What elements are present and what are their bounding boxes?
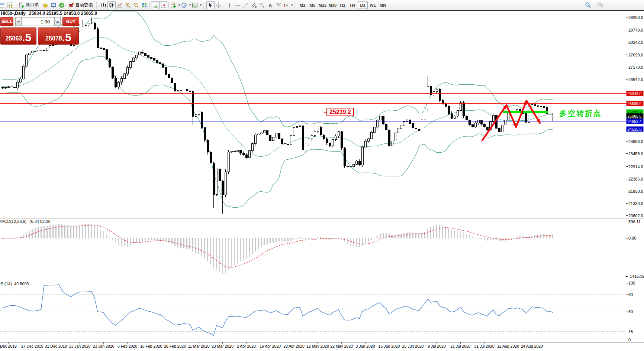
- macd-indicator-label: MACD(12,26,9)76.64 82.06: [0, 219, 51, 224]
- svg-text:15: 15: [628, 329, 633, 334]
- sell-button[interactable]: SELL: [0, 17, 13, 26]
- svg-text:31 Jul 2020: 31 Jul 2020: [474, 344, 494, 348]
- market-watch-button[interactable]: [49, 1, 58, 9]
- svg-text:80: 80: [628, 292, 633, 297]
- svg-text:28 Feb 2020: 28 Feb 2020: [164, 344, 186, 348]
- fibonacci-icon: F: [259, 2, 265, 8]
- autotrading-button[interactable]: 自动交易: [66, 1, 95, 9]
- pivot-annotation-text: 多空转折点: [559, 108, 602, 118]
- svg-text:22914.0: 22914.0: [628, 165, 643, 169]
- horizontal-line-button[interactable]: [234, 1, 242, 9]
- macd-values: 76.64 82.06: [29, 219, 50, 224]
- chevron-down-icon: [200, 4, 202, 6]
- autotrading-label: 自动交易: [75, 2, 93, 8]
- svg-text:23 Mar 2020: 23 Mar 2020: [212, 344, 234, 348]
- tick-chart-button[interactable]: [6, 1, 14, 9]
- tab-timeframe-h4[interactable]: H4: [348, 1, 358, 9]
- line-chart-button[interactable]: [116, 1, 124, 9]
- search-icon: [585, 2, 591, 8]
- chat-icon: [597, 2, 604, 8]
- text-label-icon: T: [276, 2, 281, 8]
- chevron-down-icon: [178, 4, 180, 6]
- svg-text:11 Mar 2020: 11 Mar 2020: [188, 344, 209, 348]
- svg-text:26642.0: 26642.0: [628, 77, 643, 82]
- chat-button[interactable]: [596, 1, 605, 9]
- svg-text:A: A: [269, 3, 272, 8]
- tile-windows-button[interactable]: [140, 1, 148, 9]
- zoom-out-icon: [133, 2, 139, 8]
- tab-timeframe-w1[interactable]: W1: [368, 1, 378, 9]
- svg-text:3 Jun 2020: 3 Jun 2020: [356, 344, 375, 348]
- alerts-button[interactable]: [58, 1, 66, 9]
- support-price-callout[interactable]: 25239.2: [326, 108, 354, 116]
- vertical-line-button[interactable]: [225, 1, 234, 9]
- tab-timeframe-m15[interactable]: M15: [318, 1, 328, 9]
- bar-chart-button[interactable]: [99, 1, 107, 9]
- tick-chart-icon: [7, 2, 13, 8]
- periods-button[interactable]: [181, 1, 191, 9]
- tab-timeframe-m30[interactable]: M30: [328, 1, 338, 9]
- chart-shift-button[interactable]: [159, 1, 167, 9]
- channel-icon: E: [251, 2, 257, 8]
- tab-timeframe-m5[interactable]: M5: [307, 1, 318, 9]
- zoom-out-button[interactable]: [132, 1, 140, 9]
- svg-text:28770.0: 28770.0: [628, 28, 643, 32]
- one-click-trade-panel: SELL BUY 25063.5 25078.5: [0, 17, 79, 45]
- horizontal-line-icon: [235, 2, 241, 8]
- buy-price-display[interactable]: 25078.5: [38, 27, 79, 45]
- svg-text:F: F: [263, 6, 264, 8]
- chart-canvas[interactable]: 26043.025609.025239.225065.024853.424515…: [0, 0, 644, 351]
- toolbar: 新订单 自动交易: [0, 0, 644, 10]
- candle-chart-icon: [109, 2, 115, 8]
- svg-text:E: E: [255, 6, 257, 8]
- bar-chart-icon: [100, 2, 106, 8]
- tab-timeframe-h1[interactable]: H1: [338, 1, 348, 9]
- arrows-button[interactable]: [283, 1, 293, 9]
- clock-icon: [181, 2, 187, 8]
- tab-timeframe-d1[interactable]: D1: [358, 1, 368, 9]
- tab-timeframe-m1[interactable]: M1: [297, 1, 307, 9]
- volume-up-button[interactable]: [54, 17, 61, 26]
- svg-text:31 Dec 2019: 31 Dec 2019: [45, 344, 67, 348]
- text-button[interactable]: A: [266, 1, 274, 9]
- sell-price-display[interactable]: 25063.5: [0, 27, 36, 45]
- tab-timeframe-mn[interactable]: MN: [378, 1, 388, 9]
- rsi-value: 49.8003: [14, 282, 29, 286]
- templates-icon: [192, 2, 198, 8]
- indicators-icon: [170, 2, 176, 8]
- crosshair-button[interactable]: [215, 1, 223, 9]
- templates-button[interactable]: [191, 1, 202, 9]
- trendline-button[interactable]: [242, 1, 250, 9]
- toolbar-separator: [224, 2, 224, 9]
- fibonacci-button[interactable]: F: [258, 1, 266, 9]
- metaeditor-button[interactable]: [41, 1, 49, 9]
- symbol-period-label: HK50-,Daily: [1, 11, 26, 16]
- svg-text:T: T: [278, 3, 280, 7]
- svg-text:28 Apr 2020: 28 Apr 2020: [283, 344, 305, 348]
- equidistant-channel-button[interactable]: E: [250, 1, 258, 9]
- svg-text:27698.0: 27698.0: [628, 53, 643, 57]
- tile-windows-icon: [141, 2, 147, 8]
- search-button[interactable]: [584, 1, 592, 9]
- text-label-button[interactable]: T: [274, 1, 283, 9]
- svg-text:12 May 2020: 12 May 2020: [306, 344, 329, 348]
- zoom-in-button[interactable]: [124, 1, 132, 9]
- buy-price-frac: .5: [62, 32, 71, 43]
- indicators-button[interactable]: [170, 1, 181, 9]
- volume-input[interactable]: [22, 17, 54, 26]
- new-order-button[interactable]: 新订单: [16, 1, 41, 9]
- buy-button[interactable]: BUY: [62, 17, 79, 26]
- svg-text:24 Aug 2020: 24 Aug 2020: [521, 344, 543, 348]
- cursor-button[interactable]: [206, 1, 215, 9]
- svg-text:26 Jun 2020: 26 Jun 2020: [402, 344, 424, 348]
- candle-chart-button[interactable]: [107, 1, 116, 9]
- svg-text:24853.4: 24853.4: [628, 119, 642, 124]
- rsi-indicator-label: RSI(14)49.8003: [0, 282, 29, 286]
- new-window-button[interactable]: [0, 1, 6, 9]
- svg-text:596.11: 596.11: [628, 220, 641, 224]
- auto-scroll-button[interactable]: [151, 1, 159, 9]
- svg-text:9 Jul 2020: 9 Jul 2020: [428, 344, 446, 348]
- triangle-up-icon: [56, 21, 59, 23]
- volume-down-button[interactable]: [15, 17, 22, 26]
- volume-stepper: [15, 17, 61, 26]
